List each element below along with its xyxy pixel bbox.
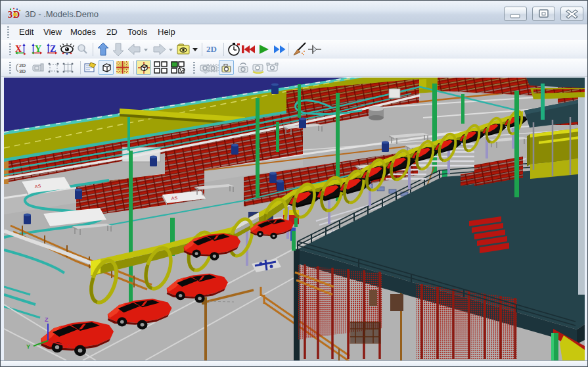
svg-text:AS: AS xyxy=(171,195,177,201)
svg-text:X: X xyxy=(67,343,71,349)
svg-text:AS: AS xyxy=(34,184,41,189)
svg-text:3: 3 xyxy=(8,10,12,20)
svg-text:Z: Z xyxy=(45,316,49,323)
svg-text:Y: Y xyxy=(26,343,30,350)
svg-text:3D: 3D xyxy=(19,68,26,74)
svg-text:2D: 2D xyxy=(19,62,26,68)
